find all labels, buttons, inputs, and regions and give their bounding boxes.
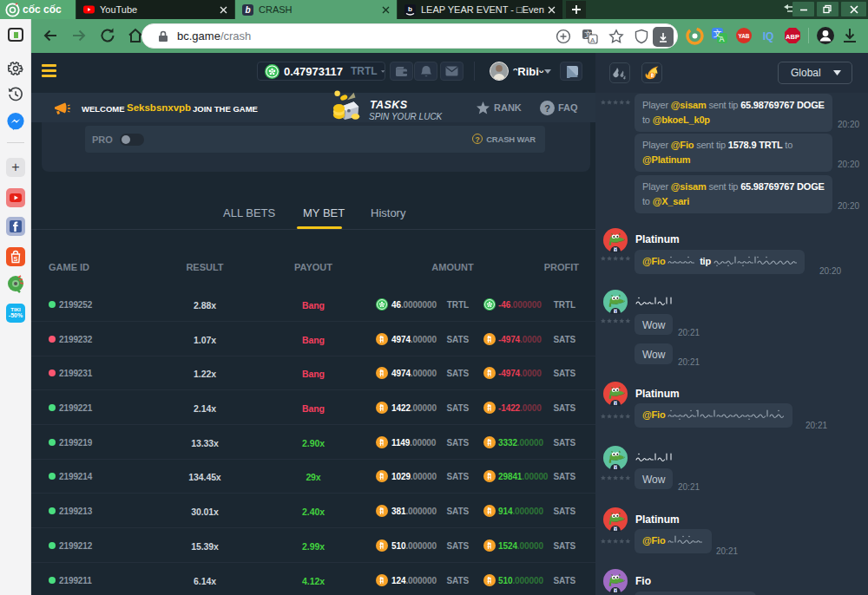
svg-text:A: A bbox=[590, 36, 595, 44]
svg-text:YAB: YAB bbox=[738, 33, 749, 39]
svg-text:?: ? bbox=[544, 103, 550, 114]
svg-text:IQ: IQ bbox=[763, 30, 774, 42]
svg-text:A: A bbox=[720, 35, 725, 43]
svg-text:ABP: ABP bbox=[786, 33, 799, 41]
svg-text:b: b bbox=[408, 5, 412, 13]
svg-text:S: S bbox=[13, 255, 17, 263]
